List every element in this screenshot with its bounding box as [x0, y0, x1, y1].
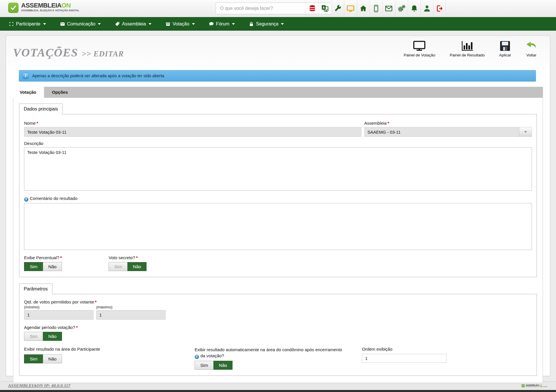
- dados-principais-legend: Dados principais: [19, 104, 63, 114]
- nao-button[interactable]: Não: [127, 262, 147, 271]
- wrench-icon[interactable]: [331, 0, 344, 17]
- exibir-resultado-participante-toggle: Sim Não: [24, 354, 62, 363]
- brand-name: ASSEMBLEIAON: [21, 2, 79, 9]
- brand-tagline: ASSEMBLEIA, ELEIÇÃO E VOTAÇÃO DIGITAL: [21, 9, 79, 12]
- qtd-votos-label: Qtd. de votos permitidos por votante*: [24, 299, 532, 304]
- dropdown-button[interactable]: [519, 127, 532, 137]
- assembleia-select[interactable]: SAAEMG - 03-11: [364, 127, 532, 137]
- nome-input[interactable]: [24, 127, 361, 137]
- header-icon-bar: A: [306, 0, 446, 17]
- back-arrow-icon: [526, 41, 537, 51]
- maximo-input[interactable]: [96, 310, 166, 320]
- sim-button[interactable]: Sim: [109, 262, 128, 271]
- nao-button[interactable]: Não: [43, 354, 62, 363]
- svg-text:A: A: [323, 6, 325, 9]
- minimo-input[interactable]: [24, 310, 94, 320]
- logo-check-icon: ✓: [522, 384, 525, 387]
- chevron-down-icon: [149, 23, 151, 25]
- required-marker: *: [36, 121, 38, 126]
- voto-secreto-label: Voto secreto?*: [109, 255, 147, 260]
- exibir-resultado-participante-field: Exibir resultado na área do Participante…: [24, 347, 195, 370]
- agendar-periodo-toggle: Sim Não: [24, 332, 62, 341]
- info-alert: i Apenas a descrição poderá ser alterada…: [19, 70, 536, 82]
- chevron-down-icon: [232, 23, 235, 25]
- tab-opcoes[interactable]: Opções: [44, 87, 76, 98]
- sim-button[interactable]: Sim: [24, 354, 43, 363]
- gears-icon[interactable]: [395, 0, 408, 17]
- monitor-icon[interactable]: [344, 0, 357, 17]
- lock-icon: [249, 21, 254, 27]
- app-logo[interactable]: ASSEMBLEIAON ASSEMBLEIA, ELEIÇÃO E VOTAÇ…: [8, 2, 79, 13]
- help-icon[interactable]: ?: [24, 197, 28, 202]
- exibir-resultado-participante-label: Exibir resultado na área do Participante: [24, 347, 195, 351]
- chevron-down-icon: [281, 23, 284, 25]
- action-bar: Painel de Votação Painel de Resultado Ap…: [404, 41, 537, 57]
- footer-logo: ✓ ASSEMBLEIAON ASSEMBLEIA, ELEIÇÃO E VOT…: [522, 384, 547, 387]
- descricao-textarea[interactable]: Teste Votação 03-11: [24, 147, 532, 191]
- ordem-exibicao-label: Ordem exibição: [362, 347, 532, 351]
- exibir-resultado-automatico-label-line2: ?da votação?: [195, 353, 362, 359]
- user-icon[interactable]: [420, 0, 433, 17]
- required-marker: *: [136, 255, 138, 260]
- descricao-label: Descrição: [24, 141, 532, 146]
- database-icon[interactable]: [306, 0, 319, 17]
- alert-text: Apenas a descrição poderá ser alterada a…: [32, 73, 164, 78]
- nav-votacao[interactable]: Votação: [165, 21, 195, 27]
- help-icon[interactable]: ?: [195, 355, 199, 359]
- nav-assembleia[interactable]: Assembleia: [115, 21, 151, 27]
- comentario-textarea[interactable]: [24, 203, 532, 250]
- info-icon: i: [23, 73, 29, 79]
- assembleia-label: Assembleia*: [364, 121, 532, 126]
- nav-seguranca[interactable]: Segurança: [249, 21, 284, 27]
- maximo-label: (máximo): [96, 305, 166, 309]
- ordem-exibicao-input[interactable]: [362, 354, 447, 363]
- nav-participante[interactable]: Participante: [9, 21, 46, 27]
- nao-button[interactable]: Não: [43, 262, 62, 271]
- ballot-box-icon: [165, 21, 171, 27]
- sim-button[interactable]: Sim: [24, 332, 43, 341]
- nav-forum[interactable]: Fórum: [209, 21, 235, 27]
- envelope-icon: [60, 21, 65, 27]
- chevron-down-icon: [524, 131, 527, 133]
- content-panel: VOTAÇÕES >> EDITAR Painel de Votação Pai…: [6, 36, 550, 376]
- exibe-percentual-label: Exibe Percentual?*: [24, 255, 109, 260]
- ordem-exibicao-field: Ordem exibição: [362, 347, 532, 370]
- bar-chart-icon: [461, 41, 473, 51]
- nav-comunicacao[interactable]: Comunicação: [60, 21, 101, 27]
- chevron-down-icon: [192, 23, 195, 25]
- sim-button[interactable]: Sim: [195, 361, 214, 370]
- mobile-icon[interactable]: [370, 0, 382, 17]
- aplicar-button[interactable]: Aplicar: [499, 41, 511, 57]
- logout-icon[interactable]: [433, 0, 446, 17]
- painel-votacao-button[interactable]: Painel de Votação: [404, 41, 435, 57]
- exibir-resultado-automatico-label-line1: Exibir resultado automaticamente na área…: [195, 347, 362, 353]
- required-marker: *: [387, 121, 389, 126]
- nao-button[interactable]: Não: [213, 361, 233, 370]
- home-icon[interactable]: [357, 0, 370, 17]
- minimo-label: (mínimo): [24, 305, 94, 309]
- bell-icon[interactable]: [408, 0, 420, 17]
- comment-icon: [209, 21, 214, 27]
- translate-icon[interactable]: A: [319, 0, 331, 17]
- logo-check-icon: [8, 3, 19, 13]
- required-marker: *: [76, 325, 78, 330]
- save-floppy-icon: [500, 41, 511, 51]
- sim-button[interactable]: Sim: [24, 262, 43, 271]
- main-nav: Participante Comunicação Assembleia Vota…: [0, 17, 556, 31]
- painel-resultado-button[interactable]: Painel de Resultado: [450, 41, 485, 57]
- footer-ip-link[interactable]: ASSEMBLEIAON IP: 40.0.0.117: [8, 383, 70, 388]
- chevron-down-icon: [43, 23, 46, 25]
- page-subtitle: >> EDITAR: [82, 49, 124, 58]
- required-marker: *: [95, 299, 97, 304]
- dados-principais-section: Dados principais Nome* Assembleia* SAAEM…: [19, 104, 537, 277]
- top-header: ASSEMBLEIAON ASSEMBLEIA, ELEIÇÃO E VOTAÇ…: [0, 0, 556, 17]
- voltar-button[interactable]: Voltar: [526, 41, 537, 57]
- parametros-section: Parâmetros Qtd. de votos permitidos por …: [19, 284, 537, 376]
- tab-votacao[interactable]: Votação: [12, 87, 44, 98]
- comentario-label: ?Comentário do resultado: [24, 196, 532, 202]
- nao-button[interactable]: Não: [43, 332, 62, 341]
- agendar-periodo-label: Agendar período votação?*: [24, 325, 532, 330]
- mail-icon[interactable]: [382, 0, 395, 17]
- nome-label: Nome*: [24, 121, 361, 126]
- bottom-strip: [0, 390, 556, 392]
